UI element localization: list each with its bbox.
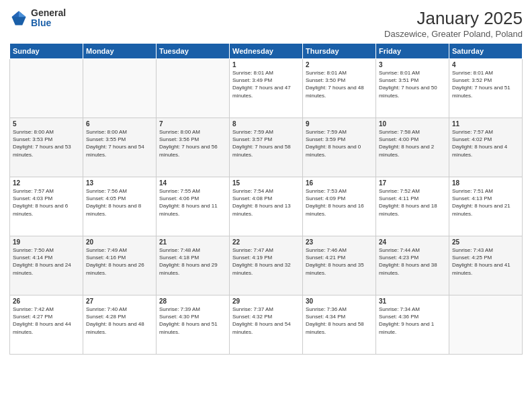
week-row-5: 26Sunrise: 7:42 AM Sunset: 4:27 PM Dayli… — [10, 295, 523, 355]
header: General Blue January 2025 Daszewice, Gre… — [9, 8, 523, 39]
week-row-2: 5Sunrise: 8:00 AM Sunset: 3:53 PM Daylig… — [10, 118, 523, 177]
day-cell: 28Sunrise: 7:39 AM Sunset: 4:30 PM Dayli… — [157, 295, 230, 355]
day-cell: 17Sunrise: 7:52 AM Sunset: 4:11 PM Dayli… — [376, 177, 449, 236]
day-info: Sunrise: 7:42 AM Sunset: 4:27 PM Dayligh… — [13, 306, 80, 336]
day-cell: 18Sunrise: 7:51 AM Sunset: 4:13 PM Dayli… — [449, 177, 523, 236]
day-number: 12 — [13, 179, 80, 187]
day-info: Sunrise: 7:56 AM Sunset: 4:05 PM Dayligh… — [86, 187, 153, 218]
logo-blue-text: Blue — [31, 18, 66, 28]
day-info: Sunrise: 7:51 AM Sunset: 4:13 PM Dayligh… — [452, 187, 519, 218]
day-number: 25 — [452, 238, 519, 246]
day-number: 21 — [159, 238, 226, 246]
day-cell: 21Sunrise: 7:48 AM Sunset: 4:18 PM Dayli… — [157, 236, 230, 295]
day-number: 20 — [86, 238, 153, 246]
day-info: Sunrise: 8:01 AM Sunset: 3:50 PM Dayligh… — [306, 69, 373, 99]
svg-marker-2 — [12, 11, 19, 17]
day-cell: 6Sunrise: 8:00 AM Sunset: 3:55 PM Daylig… — [83, 118, 157, 177]
day-number: 10 — [379, 120, 446, 128]
page: General Blue January 2025 Daszewice, Gre… — [0, 0, 532, 411]
day-info: Sunrise: 8:01 AM Sunset: 3:49 PM Dayligh… — [232, 69, 300, 99]
day-info: Sunrise: 7:59 AM Sunset: 3:57 PM Dayligh… — [232, 128, 300, 158]
calendar-table: SundayMondayTuesdayWednesdayThursdayFrid… — [9, 43, 523, 355]
day-number: 18 — [452, 179, 519, 187]
day-cell: 5Sunrise: 8:00 AM Sunset: 3:53 PM Daylig… — [10, 118, 83, 177]
day-number: 9 — [306, 120, 373, 128]
day-cell: 2Sunrise: 8:01 AM Sunset: 3:50 PM Daylig… — [303, 59, 376, 118]
day-info: Sunrise: 7:44 AM Sunset: 4:23 PM Dayligh… — [379, 246, 446, 277]
day-info: Sunrise: 7:50 AM Sunset: 4:14 PM Dayligh… — [13, 246, 80, 277]
day-info: Sunrise: 7:48 AM Sunset: 4:18 PM Dayligh… — [159, 246, 226, 277]
day-number: 6 — [86, 120, 153, 128]
day-cell: 4Sunrise: 8:01 AM Sunset: 3:52 PM Daylig… — [449, 59, 523, 118]
day-cell: 16Sunrise: 7:53 AM Sunset: 4:09 PM Dayli… — [303, 177, 376, 236]
day-cell: 22Sunrise: 7:47 AM Sunset: 4:19 PM Dayli… — [230, 236, 303, 295]
day-info: Sunrise: 7:34 AM Sunset: 4:36 PM Dayligh… — [379, 306, 446, 336]
day-cell — [83, 59, 157, 118]
logo: General Blue — [9, 8, 66, 29]
day-cell: 25Sunrise: 7:43 AM Sunset: 4:25 PM Dayli… — [449, 236, 523, 295]
day-number: 27 — [86, 298, 153, 305]
day-cell: 3Sunrise: 8:01 AM Sunset: 3:51 PM Daylig… — [376, 59, 449, 118]
header-saturday: Saturday — [449, 44, 523, 59]
day-number: 15 — [232, 179, 300, 187]
day-number: 2 — [306, 61, 373, 68]
week-row-1: 1Sunrise: 8:01 AM Sunset: 3:49 PM Daylig… — [10, 59, 523, 118]
day-number: 5 — [13, 120, 80, 128]
day-cell: 20Sunrise: 7:49 AM Sunset: 4:16 PM Dayli… — [83, 236, 157, 295]
day-cell: 29Sunrise: 7:37 AM Sunset: 4:32 PM Dayli… — [230, 295, 303, 355]
day-cell: 14Sunrise: 7:55 AM Sunset: 4:06 PM Dayli… — [157, 177, 230, 236]
day-info: Sunrise: 7:57 AM Sunset: 4:02 PM Dayligh… — [452, 128, 519, 158]
day-cell: 13Sunrise: 7:56 AM Sunset: 4:05 PM Dayli… — [83, 177, 157, 236]
day-info: Sunrise: 8:00 AM Sunset: 3:56 PM Dayligh… — [159, 128, 226, 158]
day-info: Sunrise: 7:55 AM Sunset: 4:06 PM Dayligh… — [159, 187, 226, 218]
day-number: 22 — [232, 238, 300, 246]
logo-text: General Blue — [31, 8, 66, 29]
day-number: 11 — [452, 120, 519, 128]
week-row-3: 12Sunrise: 7:57 AM Sunset: 4:03 PM Dayli… — [10, 177, 523, 236]
day-info: Sunrise: 7:58 AM Sunset: 4:00 PM Dayligh… — [379, 128, 446, 158]
day-info: Sunrise: 8:00 AM Sunset: 3:53 PM Dayligh… — [13, 128, 80, 158]
day-number: 14 — [159, 179, 226, 187]
day-info: Sunrise: 7:39 AM Sunset: 4:30 PM Dayligh… — [159, 306, 226, 336]
header-friday: Friday — [376, 44, 449, 59]
day-cell: 1Sunrise: 8:01 AM Sunset: 3:49 PM Daylig… — [230, 59, 303, 118]
day-info: Sunrise: 7:57 AM Sunset: 4:03 PM Dayligh… — [13, 187, 80, 218]
header-thursday: Thursday — [303, 44, 376, 59]
title-block: January 2025 Daszewice, Greater Poland, … — [384, 8, 523, 39]
day-cell: 23Sunrise: 7:46 AM Sunset: 4:21 PM Dayli… — [303, 236, 376, 295]
day-number: 17 — [379, 179, 446, 187]
day-info: Sunrise: 7:47 AM Sunset: 4:19 PM Dayligh… — [232, 246, 300, 277]
day-info: Sunrise: 8:00 AM Sunset: 3:55 PM Dayligh… — [86, 128, 153, 158]
day-info: Sunrise: 7:36 AM Sunset: 4:34 PM Dayligh… — [306, 306, 373, 336]
month-title: January 2025 — [384, 8, 523, 29]
day-number: 19 — [13, 238, 80, 246]
day-number: 16 — [306, 179, 373, 187]
day-cell: 15Sunrise: 7:54 AM Sunset: 4:08 PM Dayli… — [230, 177, 303, 236]
day-info: Sunrise: 7:52 AM Sunset: 4:11 PM Dayligh… — [379, 187, 446, 218]
day-cell — [10, 59, 83, 118]
day-cell — [449, 295, 523, 355]
header-sunday: Sunday — [10, 44, 83, 59]
day-info: Sunrise: 7:49 AM Sunset: 4:16 PM Dayligh… — [86, 246, 153, 277]
day-number: 1 — [232, 61, 300, 68]
day-info: Sunrise: 7:54 AM Sunset: 4:08 PM Dayligh… — [232, 187, 300, 218]
logo-general-text: General — [31, 8, 66, 18]
day-cell: 8Sunrise: 7:59 AM Sunset: 3:57 PM Daylig… — [230, 118, 303, 177]
day-cell: 10Sunrise: 7:58 AM Sunset: 4:00 PM Dayli… — [376, 118, 449, 177]
day-info: Sunrise: 7:40 AM Sunset: 4:28 PM Dayligh… — [86, 306, 153, 336]
day-cell — [157, 59, 230, 118]
day-cell: 11Sunrise: 7:57 AM Sunset: 4:02 PM Dayli… — [449, 118, 523, 177]
week-row-4: 19Sunrise: 7:50 AM Sunset: 4:14 PM Dayli… — [10, 236, 523, 295]
day-number: 13 — [86, 179, 153, 187]
day-number: 31 — [379, 298, 446, 305]
day-cell: 7Sunrise: 8:00 AM Sunset: 3:56 PM Daylig… — [157, 118, 230, 177]
svg-marker-1 — [19, 11, 26, 17]
logo-icon — [9, 9, 28, 28]
day-cell: 24Sunrise: 7:44 AM Sunset: 4:23 PM Dayli… — [376, 236, 449, 295]
day-number: 28 — [159, 298, 226, 305]
day-cell: 31Sunrise: 7:34 AM Sunset: 4:36 PM Dayli… — [376, 295, 449, 355]
day-number: 3 — [379, 61, 446, 68]
day-info: Sunrise: 7:46 AM Sunset: 4:21 PM Dayligh… — [306, 246, 373, 277]
day-cell: 27Sunrise: 7:40 AM Sunset: 4:28 PM Dayli… — [83, 295, 157, 355]
day-number: 23 — [306, 238, 373, 246]
